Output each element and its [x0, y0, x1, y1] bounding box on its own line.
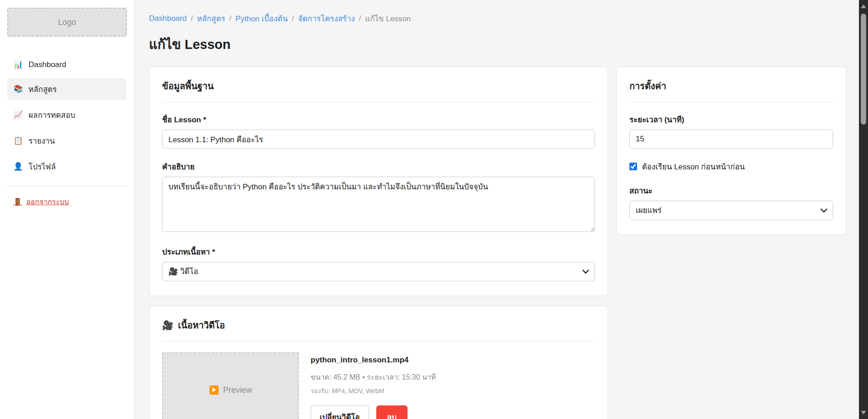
status-label: สถานะ	[629, 184, 833, 197]
content-type-label: ประเภทเนื้อหา *	[162, 246, 595, 258]
description-label: คำอธิบาย	[162, 160, 595, 173]
settings-title: การตั้งค่า	[629, 79, 833, 102]
sidebar-item-courses[interactable]: 📚 หลักสูตร	[7, 78, 127, 100]
basic-info-title: ข้อมูลพื้นฐาน	[162, 79, 595, 102]
basic-info-card: ข้อมูลพื้นฐาน ชื่อ Lesson * คำอธิบาย บทเ…	[149, 67, 608, 296]
user-icon: 👤	[13, 162, 23, 171]
prerequisite-checkbox[interactable]	[629, 163, 637, 170]
logo-placeholder: Logo	[7, 8, 127, 37]
logout-label: ออกจากระบบ	[26, 196, 69, 207]
duration-input[interactable]	[629, 130, 833, 149]
breadcrumb-link-course[interactable]: Python เบื้องต้น	[235, 12, 288, 24]
content-type-select[interactable]: 🎥 วิดีโอ	[162, 262, 595, 281]
status-select[interactable]: เผยแพร่	[629, 201, 833, 220]
sidebar-item-reports[interactable]: 📋 รายงาน	[7, 130, 127, 152]
sidebar-item-profile[interactable]: 👤 โปรไฟล์	[7, 155, 127, 178]
bar-chart-icon: 📊	[13, 60, 23, 69]
sidebar-item-label: ผลการทดสอบ	[29, 109, 75, 121]
description-textarea[interactable]: บทเรียนนี้จะอธิบายว่า Python คืออะไร ประ…	[162, 177, 595, 232]
right-column: การตั้งค่า ระยะเวลา (นาที) ต้องเรียน Les…	[616, 67, 846, 235]
preview-label: Preview	[223, 385, 252, 395]
lesson-name-field-group: ชื่อ Lesson *	[162, 113, 595, 149]
video-card-title: 🎥 เนื้อหาวิดีโอ	[162, 318, 595, 342]
left-column: ข้อมูลพื้นฐาน ชื่อ Lesson * คำอธิบาย บทเ…	[149, 67, 608, 419]
content-columns: ข้อมูลพื้นฐาน ชื่อ Lesson * คำอธิบาย บทเ…	[149, 67, 845, 419]
scroll-up-arrow-icon[interactable]	[859, 1, 868, 12]
video-preview[interactable]: ▶️ Preview	[162, 352, 299, 419]
breadcrumb-separator: /	[359, 14, 361, 23]
breadcrumb-link-dashboard[interactable]: Dashboard	[149, 14, 187, 23]
breadcrumb-current: แก้ไข Lesson	[365, 12, 411, 24]
sidebar-item-label: Dashboard	[29, 60, 66, 69]
lesson-name-input[interactable]	[162, 130, 595, 149]
main-content: Dashboard / หลักสูตร / Python เบื้องต้น …	[134, 0, 859, 419]
video-file-info: python_intro_lesson1.mp4 ขนาด: 45.2 MB •…	[311, 352, 436, 419]
video-buttons: เปลี่ยนวิดีโอ ลบ	[311, 405, 436, 419]
duration-field-group: ระยะเวลา (นาที)	[629, 113, 833, 149]
page-title: แก้ไข Lesson	[149, 34, 845, 55]
breadcrumb: Dashboard / หลักสูตร / Python เบื้องต้น …	[149, 12, 845, 24]
chart-increasing-icon: 📈	[13, 110, 23, 120]
video-meta: ขนาด: 45.2 MB • ระยะเวลา: 15:30 นาที	[311, 371, 436, 383]
breadcrumb-separator: /	[191, 14, 193, 23]
video-filename: python_intro_lesson1.mp4	[311, 356, 436, 365]
clipboard-icon: 📋	[13, 136, 23, 145]
sidebar-item-test-results[interactable]: 📈 ผลการทดสอบ	[7, 104, 127, 126]
books-icon: 📚	[13, 84, 23, 94]
app-root: Logo 📊 Dashboard 📚 หลักสูตร 📈 ผลการทดสอบ…	[0, 0, 859, 419]
sidebar-item-label: รายงาน	[29, 135, 55, 147]
sidebar-item-label: โปรไฟล์	[29, 160, 56, 173]
content-type-field-group: ประเภทเนื้อหา * 🎥 วิดีโอ	[162, 246, 595, 281]
door-icon: 🚪	[13, 197, 22, 206]
change-video-button[interactable]: เปลี่ยนวิดีโอ	[311, 405, 369, 419]
video-formats: รองรับ: MP4, MOV, WebM	[311, 386, 436, 396]
delete-video-button[interactable]: ลบ	[376, 405, 408, 419]
status-field-group: สถานะ เผยแพร่	[629, 184, 833, 220]
sidebar: Logo 📊 Dashboard 📚 หลักสูตร 📈 ผลการทดสอบ…	[0, 0, 134, 419]
prerequisite-label[interactable]: ต้องเรียน Lesson ก่อนหน้าก่อน	[642, 160, 745, 173]
video-content-card: 🎥 เนื้อหาวิดีโอ ▶️ Preview python_intro_…	[149, 306, 608, 419]
video-card-title-label: เนื้อหาวิดีโอ	[178, 318, 225, 332]
breadcrumb-link-courses[interactable]: หลักสูตร	[197, 12, 225, 24]
breadcrumb-link-structure[interactable]: จัดการโครงสร้าง	[298, 12, 355, 24]
sidebar-item-dashboard[interactable]: 📊 Dashboard	[7, 55, 127, 74]
scroll-down-arrow-icon[interactable]	[859, 407, 868, 418]
logout-link[interactable]: 🚪 ออกจากระบบ	[13, 196, 69, 207]
sidebar-nav: 📊 Dashboard 📚 หลักสูตร 📈 ผลการทดสอบ 📋 รา…	[7, 55, 127, 178]
scrollbar-thumb[interactable]	[861, 14, 866, 125]
settings-card: การตั้งค่า ระยะเวลา (นาที) ต้องเรียน Les…	[616, 67, 846, 235]
sidebar-divider	[7, 186, 127, 186]
video-row: ▶️ Preview python_intro_lesson1.mp4 ขนาด…	[162, 352, 595, 419]
browser-scrollbar[interactable]	[859, 0, 868, 419]
movie-camera-icon: 🎥	[162, 320, 173, 331]
breadcrumb-separator: /	[292, 14, 294, 23]
prerequisite-row: ต้องเรียน Lesson ก่อนหน้าก่อน	[629, 160, 833, 173]
play-button-icon: ▶️	[209, 385, 219, 395]
sidebar-item-label: หลักสูตร	[29, 83, 57, 95]
breadcrumb-separator: /	[229, 14, 231, 23]
lesson-name-label: ชื่อ Lesson *	[162, 113, 595, 125]
duration-label: ระยะเวลา (นาที)	[629, 113, 833, 125]
description-field-group: คำอธิบาย บทเรียนนี้จะอธิบายว่า Python คื…	[162, 160, 595, 234]
